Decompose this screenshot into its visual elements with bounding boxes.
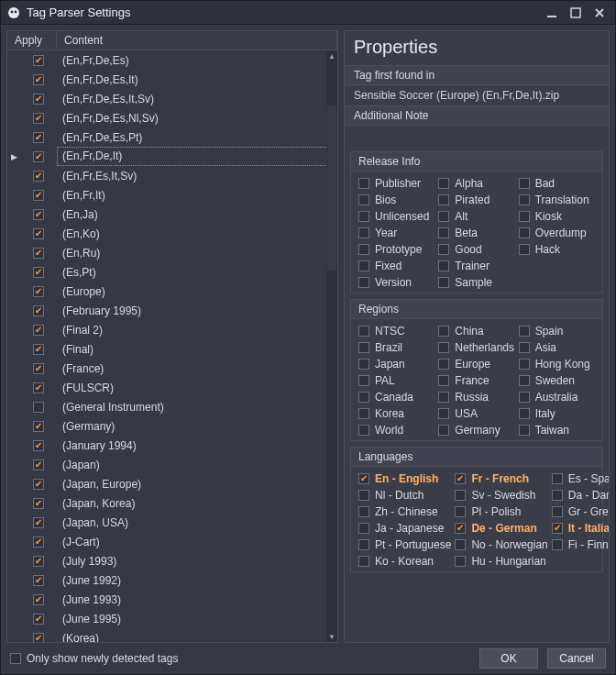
table-row[interactable]: ✔(France) bbox=[7, 359, 337, 378]
languages-checkbox[interactable]: Nl - Dutch bbox=[358, 489, 451, 502]
close-button[interactable] bbox=[589, 5, 610, 21]
regions-checkbox[interactable]: Europe bbox=[438, 358, 514, 371]
regions-checkbox[interactable]: Sweden bbox=[519, 374, 595, 387]
apply-checkbox[interactable]: ✔ bbox=[20, 575, 57, 586]
release-info-checkbox[interactable]: Bad bbox=[519, 177, 595, 190]
apply-checkbox[interactable]: ✔ bbox=[20, 286, 57, 297]
apply-checkbox[interactable]: ✔ bbox=[20, 344, 57, 355]
apply-checkbox[interactable]: ✔ bbox=[20, 363, 57, 374]
table-row[interactable]: ✔(En,Fr,De,Es) bbox=[7, 50, 337, 70]
languages-checkbox[interactable]: Da - Danish bbox=[552, 489, 610, 502]
release-info-checkbox[interactable]: Prototype bbox=[358, 243, 434, 256]
regions-checkbox[interactable]: Asia bbox=[519, 341, 595, 354]
release-info-checkbox[interactable]: Kiosk bbox=[519, 210, 595, 223]
apply-checkbox[interactable]: ✔ bbox=[20, 382, 57, 393]
table-row[interactable]: ✔(Germany) bbox=[7, 416, 337, 436]
table-row[interactable]: ✔(En,Fr,De,Es,It) bbox=[7, 70, 337, 89]
release-info-checkbox[interactable]: Fixed bbox=[358, 260, 434, 272]
apply-checkbox[interactable]: ✔ bbox=[20, 556, 57, 567]
languages-checkbox[interactable]: Pt - Portuguese bbox=[358, 538, 451, 551]
apply-checkbox[interactable]: ✔ bbox=[20, 74, 57, 85]
release-info-checkbox[interactable]: Bios bbox=[358, 194, 434, 206]
languages-checkbox[interactable]: No - Norwegian bbox=[455, 538, 547, 551]
apply-checkbox[interactable]: ✔ bbox=[20, 209, 57, 220]
table-row[interactable]: ✔(Es,Pt) bbox=[7, 262, 337, 282]
apply-checkbox[interactable] bbox=[20, 402, 57, 413]
table-row[interactable]: ✔(En,Fr,It) bbox=[7, 185, 337, 205]
regions-checkbox[interactable]: World bbox=[358, 424, 434, 437]
languages-checkbox[interactable]: Gr - Greek bbox=[552, 505, 610, 518]
table-row[interactable]: (General Instrument) bbox=[7, 397, 337, 416]
release-info-checkbox[interactable]: Good bbox=[438, 243, 514, 256]
languages-checkbox[interactable]: ✔De - German bbox=[455, 522, 547, 535]
column-apply[interactable]: Apply bbox=[7, 31, 57, 50]
apply-checkbox[interactable]: ✔ bbox=[20, 171, 57, 182]
apply-checkbox[interactable]: ✔ bbox=[20, 267, 57, 278]
apply-checkbox[interactable]: ✔ bbox=[20, 517, 57, 528]
apply-checkbox[interactable]: ✔ bbox=[20, 305, 57, 316]
apply-checkbox[interactable]: ✔ bbox=[20, 248, 57, 259]
maximize-button[interactable] bbox=[566, 5, 586, 21]
table-row[interactable]: ✔(Japan, USA) bbox=[7, 513, 337, 532]
release-info-checkbox[interactable]: Publisher bbox=[358, 177, 434, 190]
release-info-checkbox[interactable]: Alpha bbox=[438, 177, 514, 190]
regions-checkbox[interactable]: France bbox=[438, 374, 514, 387]
apply-checkbox[interactable]: ✔ bbox=[20, 94, 57, 105]
release-info-checkbox[interactable]: Year bbox=[358, 227, 434, 239]
apply-checkbox[interactable]: ✔ bbox=[20, 614, 57, 625]
release-info-checkbox[interactable]: Version bbox=[358, 276, 434, 289]
table-row[interactable]: ✔(En,Fr,De,Es,Pt) bbox=[7, 127, 337, 147]
table-row[interactable]: ✔(En,Ru) bbox=[7, 243, 337, 262]
table-row[interactable]: ✔(February 1995) bbox=[7, 301, 337, 320]
release-info-checkbox[interactable]: Pirated bbox=[438, 194, 514, 206]
table-row[interactable]: ✔(Japan) bbox=[7, 455, 337, 474]
release-info-checkbox[interactable]: Beta bbox=[438, 227, 514, 239]
regions-checkbox[interactable]: Hong Kong bbox=[519, 358, 595, 371]
regions-checkbox[interactable]: USA bbox=[438, 407, 514, 420]
release-info-checkbox[interactable]: Trainer bbox=[438, 260, 514, 272]
regions-checkbox[interactable]: PAL bbox=[358, 374, 434, 387]
regions-checkbox[interactable]: Netherlands bbox=[438, 341, 514, 354]
table-row[interactable]: ✔(Final 2) bbox=[7, 320, 337, 339]
release-info-checkbox[interactable]: Alt bbox=[438, 210, 514, 223]
regions-checkbox[interactable]: Germany bbox=[438, 424, 514, 437]
apply-checkbox[interactable]: ✔ bbox=[20, 151, 57, 162]
table-row[interactable]: ✔(FULSCR) bbox=[7, 378, 337, 397]
only-new-checkbox[interactable]: Only show newly detected tags bbox=[10, 652, 178, 665]
apply-checkbox[interactable]: ✔ bbox=[20, 132, 57, 143]
table-row[interactable]: ✔(June 1992) bbox=[7, 570, 337, 590]
regions-checkbox[interactable]: Australia bbox=[519, 391, 595, 404]
apply-checkbox[interactable]: ✔ bbox=[20, 594, 57, 605]
apply-checkbox[interactable]: ✔ bbox=[20, 113, 57, 124]
release-info-checkbox[interactable]: Hack bbox=[519, 243, 595, 256]
regions-checkbox[interactable]: Korea bbox=[358, 407, 434, 420]
apply-checkbox[interactable]: ✔ bbox=[20, 498, 57, 509]
table-row[interactable]: ✔(Korea) bbox=[7, 628, 337, 642]
table-row[interactable]: ✔(June 1995) bbox=[7, 609, 337, 628]
languages-checkbox[interactable]: ✔Fr - French bbox=[455, 472, 547, 485]
table-row[interactable]: ✔(Japan, Europe) bbox=[7, 474, 337, 493]
cancel-button[interactable]: Cancel bbox=[547, 648, 606, 669]
table-row[interactable]: ✔(Final) bbox=[7, 339, 337, 359]
apply-checkbox[interactable]: ✔ bbox=[20, 537, 57, 548]
apply-checkbox[interactable]: ✔ bbox=[20, 190, 57, 201]
languages-checkbox[interactable]: Zh - Chinese bbox=[358, 505, 451, 518]
table-row[interactable]: ✔(En,Fr,De,Es,It,Sv) bbox=[7, 89, 337, 108]
scroll-down-icon[interactable]: ▼ bbox=[326, 631, 337, 642]
regions-checkbox[interactable]: Spain bbox=[519, 325, 595, 338]
table-row[interactable]: ✔(July 1993) bbox=[7, 551, 337, 570]
apply-checkbox[interactable]: ✔ bbox=[20, 479, 57, 490]
languages-checkbox[interactable]: Sv - Swedish bbox=[455, 489, 547, 502]
table-row[interactable]: ✔(J-Cart) bbox=[7, 532, 337, 551]
regions-checkbox[interactable]: Italy bbox=[519, 407, 595, 420]
release-info-checkbox[interactable]: Sample bbox=[438, 276, 514, 289]
vertical-scrollbar[interactable]: ▲ ▼ bbox=[326, 50, 337, 642]
regions-checkbox[interactable]: Taiwan bbox=[519, 424, 595, 437]
apply-checkbox[interactable]: ✔ bbox=[20, 421, 57, 432]
languages-checkbox[interactable]: Ja - Japanese bbox=[358, 522, 451, 535]
languages-checkbox[interactable]: Ko - Korean bbox=[358, 555, 451, 568]
table-row[interactable]: ✔(En,Fr,Es,It,Sv) bbox=[7, 166, 337, 185]
apply-checkbox[interactable]: ✔ bbox=[20, 228, 57, 239]
apply-checkbox[interactable]: ✔ bbox=[20, 633, 57, 643]
languages-checkbox[interactable]: Es - Spanish bbox=[552, 472, 610, 485]
